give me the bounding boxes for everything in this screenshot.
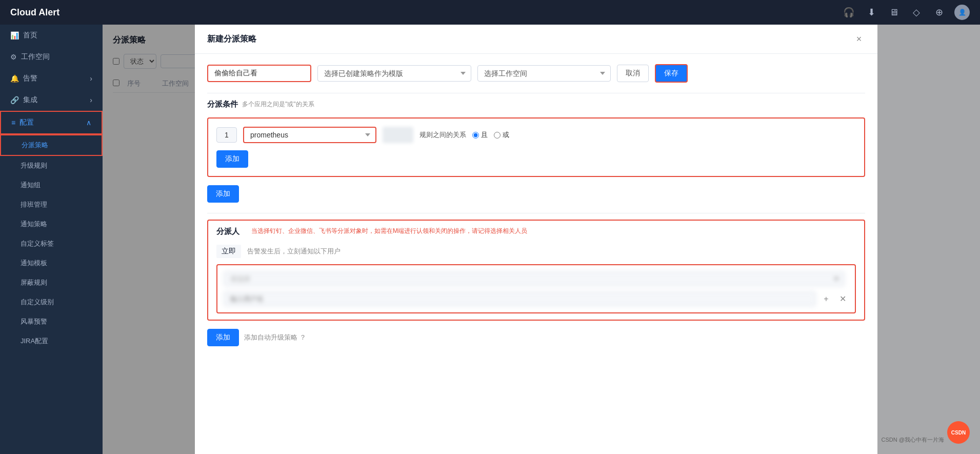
sidebar-item-schedule[interactable]: 排班管理 [0,195,103,214]
save-button[interactable]: 保存 [655,64,688,83]
sidebar-label-shield-rule: 屏蔽规则 [21,279,47,286]
assignee-warning: 当选择钉钉、企业微信、飞书等分派对象时，如需在M端进行认领和关闭的操作，请记得选… [251,227,856,235]
condition-desc: 多个应用之间是"或"的关系 [242,100,314,109]
sidebar-label-jira-config: JIRA配置 [21,337,48,345]
user-remove-button[interactable]: ✕ [836,293,849,305]
immediate-label: 立即 [216,245,241,258]
topnav-icons: 🎧 ⬇ 🖥 ◇ ⊕ 👤 [842,5,970,20]
immediate-row: 立即 告警发生后，立刻通知以下用户 [216,245,856,258]
sidebar-label-workspace: 工作空间 [21,52,50,62]
condition-section-header: 分派条件 多个应用之间是"或"的关系 [207,100,865,109]
sidebar-label-integration: 集成 [23,95,37,105]
sidebar-label-notify-template: 通知模板 [21,259,47,267]
radio-and[interactable] [472,132,479,139]
sidebar-item-jira-config[interactable]: JIRA配置 [0,331,103,351]
condition-add-row: 添加 [216,150,856,168]
immediate-desc: 告警发生后，立刻通知以下用户 [247,247,341,256]
sidebar-item-integration[interactable]: 🔗 集成 › [0,89,103,111]
workspace-icon: ⚙ [10,53,17,61]
user-name-input[interactable] [224,291,816,306]
sidebar-label-custom-label: 自定义标签 [21,240,54,247]
sidebar-label-escalation: 升级规则 [21,162,47,169]
integration-icon: 🔗 [10,96,19,104]
sidebar-item-dispatch-policy[interactable]: 分派策略 [0,134,103,156]
radio-or[interactable] [494,132,501,139]
bottom-add-desc: 添加自动升级策略 ？ [244,333,306,342]
config-chevron-icon: ∧ [86,119,91,127]
condition-row: 1 prometheus 规则之间的关系 且 [216,127,856,143]
radio-and-label[interactable]: 且 [472,130,488,140]
sidebar-label-alert: 告警 [23,74,37,83]
cancel-button[interactable]: 取消 [617,65,649,82]
sidebar-label-dispatch: 分派策略 [22,141,48,149]
user-add-button[interactable]: + [820,293,832,305]
template-select[interactable]: 选择已创建策略作为模版 [317,65,471,82]
sidebar-item-custom-level[interactable]: 自定义级别 [0,292,103,312]
headset-icon[interactable]: 🎧 [842,5,856,19]
sidebar-item-home[interactable]: 📊 首页 [0,25,103,46]
outer-add-button[interactable]: 添加 [207,185,239,203]
close-button[interactable]: × [853,33,865,45]
sidebar-label-storm-warning: 风暴预警 [21,318,47,325]
modal-header: 新建分派策略 × [195,25,877,54]
sidebar-item-notify-group[interactable]: 通知组 [0,175,103,195]
layout: 📊 首页 ⚙ 工作空间 🔔 告警 › 🔗 集成 › ≡ 配置 [0,25,980,454]
download-icon[interactable]: ⬇ [864,5,878,19]
sidebar-item-escalation[interactable]: 升级规则 [0,156,103,175]
sidebar-label-notify-policy: 通知策略 [21,220,47,228]
sidebar-item-workspace[interactable]: ⚙ 工作空间 [0,46,103,68]
radio-and-text: 且 [481,130,488,140]
sidebar-label-schedule: 排班管理 [21,201,47,208]
condition-extra-field [383,127,413,143]
main-content: 分派策略 状态 序号 工作空间 状态 新建分派策略 × [103,25,980,454]
radio-or-text: 或 [503,130,509,140]
sidebar-item-custom-label[interactable]: 自定义标签 [0,234,103,253]
bottom-add-button[interactable]: 添加 [207,329,239,346]
monitor-icon[interactable]: 🖥 [887,5,901,19]
top-navigation: Cloud Alert 🎧 ⬇ 🖥 ◇ ⊕ 👤 [0,0,980,25]
sidebar-item-alert[interactable]: 🔔 告警 › [0,68,103,89]
user-input-box: 请选择 + ✕ [216,264,856,313]
home-icon: 📊 [10,31,19,40]
condition-number: 1 [216,127,237,143]
user-type-select[interactable]: 请选择 [224,271,845,286]
relation-label: 规则之间的关系 [419,130,466,140]
workspace-select[interactable]: 选择工作空间 [477,65,611,82]
modal-body: 选择已创建策略作为模版 选择工作空间 取消 保存 分派条件 多个应用之间 [195,54,877,454]
sidebar-label-custom-level: 自定义级别 [21,298,54,306]
diamond-icon[interactable]: ◇ [909,5,924,19]
modal-title: 新建分派策略 [207,34,256,45]
alert-icon: 🔔 [10,74,19,83]
user-plus-icon[interactable]: ⊕ [932,5,946,19]
radio-or-label[interactable]: 或 [494,130,509,140]
assignee-box: 分派人 当选择钉钉、企业微信、飞书等分派对象时，如需在M端进行认领和关闭的操作，… [207,220,865,321]
top-form-row: 选择已创建策略作为模版 选择工作空间 取消 保存 [207,64,865,83]
sidebar-label-config: 配置 [19,118,34,127]
modal-panel: 新建分派策略 × 选择已创建策略作为模版 选择工作空间 [195,25,877,454]
condition-box: 1 prometheus 规则之间的关系 且 [207,117,865,177]
condition-add-button[interactable]: 添加 [216,150,248,168]
user-input-row: + ✕ [224,291,849,306]
sidebar: 📊 首页 ⚙ 工作空间 🔔 告警 › 🔗 集成 › ≡ 配置 [0,25,103,454]
csdn-badge[interactable]: CSDN [947,421,970,444]
immediate-section: 立即 告警发生后，立刻通知以下用户 请选择 [216,245,856,313]
strategy-name-input[interactable] [207,65,311,82]
sidebar-item-config[interactable]: ≡ 配置 ∧ [0,111,103,134]
relation-radio-group: 且 或 [472,130,509,140]
alert-chevron-icon: › [90,74,92,83]
sidebar-item-shield-rule[interactable]: 屏蔽规则 [0,273,103,292]
config-icon: ≡ [11,119,15,127]
app-logo: Cloud Alert [10,7,59,18]
assignee-title: 分派人 [216,227,247,236]
condition-title: 分派条件 [207,100,238,109]
sidebar-item-storm-warning[interactable]: 风暴预警 [0,312,103,331]
user-select-row: 请选择 [224,271,849,286]
sidebar-item-notify-policy[interactable]: 通知策略 [0,214,103,234]
sidebar-item-notify-template[interactable]: 通知模板 [0,253,103,273]
condition-value-select[interactable]: prometheus [243,127,376,143]
assignee-title-row: 分派人 当选择钉钉、企业微信、飞书等分派对象时，如需在M端进行认领和关闭的操作，… [216,227,856,236]
bottom-add-row: 添加 添加自动升级策略 ？ [207,329,865,346]
sidebar-label-home: 首页 [23,31,37,40]
integration-chevron-icon: › [90,96,92,104]
avatar[interactable]: 👤 [954,5,970,20]
